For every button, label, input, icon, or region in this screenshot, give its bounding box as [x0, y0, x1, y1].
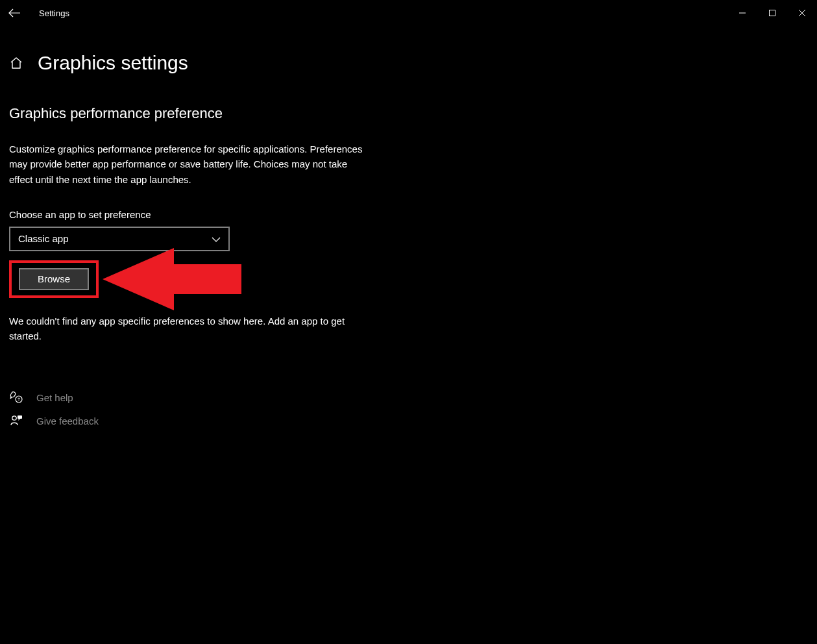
- page-title: Graphics settings: [38, 52, 188, 74]
- home-icon: [10, 56, 23, 69]
- app-type-dropdown[interactable]: Classic app: [9, 227, 230, 251]
- maximize-icon: [768, 9, 776, 17]
- feedback-icon: [9, 414, 23, 428]
- give-feedback-link[interactable]: Give feedback: [9, 414, 807, 428]
- minimize-button[interactable]: [727, 0, 757, 26]
- chevron-down-icon: [212, 233, 221, 245]
- give-feedback-label: Give feedback: [36, 415, 99, 427]
- back-button[interactable]: [8, 6, 21, 19]
- close-icon: [798, 9, 806, 17]
- window-title: Settings: [39, 8, 69, 18]
- browse-highlight: Browse: [9, 260, 99, 298]
- home-button[interactable]: [9, 56, 23, 70]
- browse-button[interactable]: Browse: [19, 268, 89, 290]
- browse-button-label: Browse: [38, 273, 70, 284]
- get-help-link[interactable]: Get help: [9, 390, 807, 404]
- window-controls: [727, 0, 817, 26]
- help-icon: [9, 390, 23, 404]
- maximize-button[interactable]: [757, 0, 787, 26]
- svg-rect-0: [770, 10, 775, 16]
- arrow-left-icon: [8, 8, 20, 18]
- svg-point-4: [12, 416, 16, 420]
- minimize-icon: [738, 9, 746, 17]
- dropdown-value: Classic app: [18, 233, 69, 244]
- section-description: Customize graphics performance preferenc…: [9, 142, 372, 187]
- close-button[interactable]: [787, 0, 817, 26]
- titlebar: Settings: [0, 0, 817, 26]
- page-header: Graphics settings: [9, 52, 807, 74]
- section-heading: Graphics performance preference: [9, 105, 807, 122]
- svg-marker-1: [103, 248, 241, 310]
- svg-rect-5: [18, 415, 22, 419]
- choose-app-label: Choose an app to set preference: [9, 209, 807, 220]
- annotation-arrow-icon: [103, 248, 241, 310]
- get-help-label: Get help: [36, 392, 73, 403]
- svg-point-3: [18, 401, 19, 401]
- empty-state-text: We couldn't find any app specific prefer…: [9, 314, 372, 344]
